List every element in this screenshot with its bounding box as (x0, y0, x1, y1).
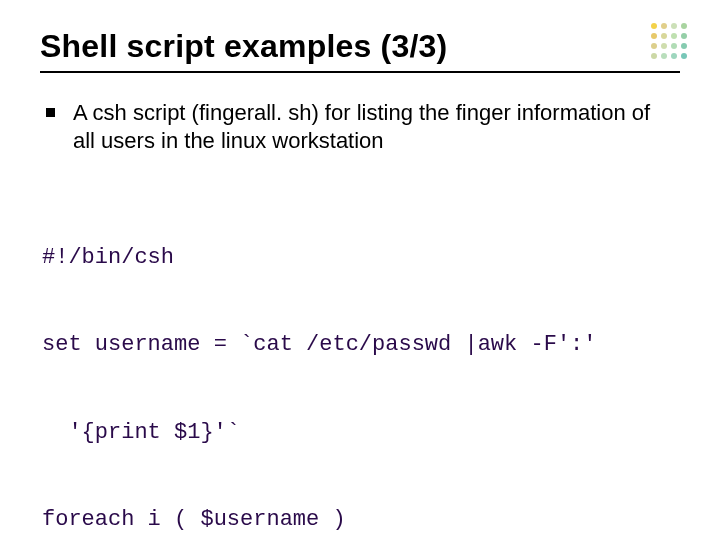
bullet-item: A csh script (fingerall. sh) for listing… (46, 99, 680, 155)
code-block: #!/bin/csh set username = `cat /etc/pass… (42, 185, 680, 540)
svg-point-0 (651, 23, 657, 29)
svg-point-11 (681, 43, 687, 49)
svg-point-13 (661, 53, 667, 59)
code-line-continuation: '{print $1}'` (42, 418, 680, 447)
bullet-square-icon (46, 108, 55, 117)
svg-point-1 (661, 23, 667, 29)
svg-point-14 (671, 53, 677, 59)
slide-title: Shell script examples (3/3) (40, 28, 680, 65)
svg-point-5 (661, 33, 667, 39)
corner-decoration-icon (648, 20, 692, 64)
code-line: foreach i ( $username ) (42, 505, 680, 534)
svg-point-15 (681, 53, 687, 59)
slide: Shell script examples (3/3) A csh script… (0, 0, 720, 540)
title-underline (40, 71, 680, 73)
svg-point-9 (661, 43, 667, 49)
svg-point-12 (651, 53, 657, 59)
svg-point-3 (681, 23, 687, 29)
bullet-text: A csh script (fingerall. sh) for listing… (73, 99, 673, 155)
svg-point-4 (651, 33, 657, 39)
svg-point-8 (651, 43, 657, 49)
svg-point-6 (671, 33, 677, 39)
svg-point-2 (671, 23, 677, 29)
svg-point-7 (681, 33, 687, 39)
code-line: #!/bin/csh (42, 243, 680, 272)
svg-point-10 (671, 43, 677, 49)
code-line: set username = `cat /etc/passwd |awk -F'… (42, 330, 680, 359)
